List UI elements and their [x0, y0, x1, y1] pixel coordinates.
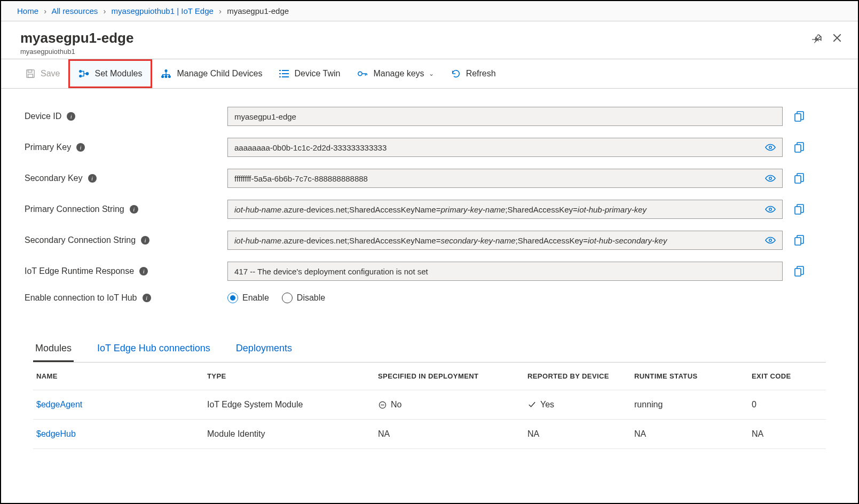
table-row: $edgeHub Module Identity NA NA NA NA: [33, 420, 826, 449]
manage-child-label: Manage Child Devices: [177, 69, 262, 78]
info-icon[interactable]: i: [130, 205, 138, 214]
check-icon: [527, 400, 536, 409]
col-spec: SPECIFIED IN DEPLOYMENT: [378, 372, 527, 380]
breadcrumb-current: myasegpu1-edge: [227, 6, 289, 15]
info-icon[interactable]: i: [88, 174, 97, 183]
runtime-response-field: 417 -- The device's deployment configura…: [227, 262, 783, 281]
chevron-right-icon: ›: [219, 6, 222, 15]
copy-icon[interactable]: [794, 142, 806, 153]
info-icon[interactable]: i: [76, 143, 85, 152]
secondary-key-label: Secondary Key: [25, 174, 83, 183]
svg-point-20: [769, 177, 772, 180]
primary-conn-field: iot-hub-name.azure-devices.net;SharedAcc…: [227, 200, 783, 219]
svg-point-3: [80, 70, 82, 73]
svg-point-8: [166, 76, 168, 78]
radio-enable[interactable]: Enable: [227, 293, 269, 303]
tab-modules[interactable]: Modules: [33, 336, 74, 362]
radio-disable-label: Disable: [297, 293, 325, 303]
breadcrumb-all-resources[interactable]: All resources: [52, 6, 98, 15]
set-modules-button[interactable]: Set Modules: [68, 59, 152, 88]
chevron-right-icon: ›: [103, 6, 106, 15]
manage-keys-button[interactable]: Manage keys ⌄: [349, 59, 442, 88]
svg-point-18: [769, 146, 772, 149]
module-type: Module Identity: [207, 429, 378, 439]
col-name: NAME: [36, 372, 207, 380]
eye-icon[interactable]: [765, 175, 776, 182]
info-icon[interactable]: i: [143, 294, 151, 302]
toolbar: Save Set Modules Manage Child Devices De…: [1, 59, 858, 89]
svg-rect-13: [282, 73, 289, 74]
col-type: TYPE: [207, 372, 378, 380]
breadcrumb: Home › All resources › myasegpuiothub1 |…: [1, 1, 858, 21]
svg-rect-2: [28, 74, 33, 77]
copy-icon[interactable]: [794, 173, 806, 184]
svg-rect-15: [282, 76, 289, 77]
module-type: IoT Edge System Module: [207, 400, 378, 410]
col-run: RUNTIME STATUS: [634, 372, 752, 380]
col-rep: REPORTED BY DEVICE: [527, 372, 634, 380]
device-twin-label: Device Twin: [294, 69, 340, 78]
table-row: $edgeAgent IoT Edge System Module No Yes…: [33, 390, 826, 420]
svg-point-5: [86, 73, 89, 75]
eye-icon[interactable]: [765, 237, 776, 244]
tab-connections[interactable]: IoT Edge Hub connections: [95, 336, 212, 362]
primary-key-label: Primary Key: [25, 143, 71, 152]
module-exit: 0: [752, 400, 823, 410]
col-exit: EXIT CODE: [752, 372, 823, 380]
chevron-down-icon: ⌄: [429, 70, 434, 77]
module-exit: NA: [752, 429, 823, 439]
module-run: running: [634, 400, 752, 410]
refresh-button[interactable]: Refresh: [443, 59, 505, 88]
module-link[interactable]: $edgeAgent: [36, 400, 207, 410]
copy-icon[interactable]: [794, 111, 806, 122]
svg-rect-25: [795, 238, 801, 245]
enable-conn-label: Enable connection to IoT Hub: [25, 293, 137, 303]
tab-deployments[interactable]: Deployments: [234, 336, 294, 362]
info-icon[interactable]: i: [139, 267, 148, 275]
radio-enable-label: Enable: [242, 293, 269, 303]
table-header: NAME TYPE SPECIFIED IN DEPLOYMENT REPORT…: [33, 363, 826, 390]
svg-rect-11: [282, 70, 289, 71]
primary-conn-value: iot-hub-name.azure-devices.net;SharedAcc…: [234, 205, 647, 214]
runtime-response-value: 417 -- The device's deployment configura…: [234, 267, 428, 276]
eye-icon[interactable]: [765, 144, 776, 151]
runtime-response-label: IoT Edge Runtime Response: [25, 266, 134, 276]
secondary-conn-value: iot-hub-name.azure-devices.net;SharedAcc…: [234, 236, 667, 245]
module-run: NA: [634, 429, 752, 439]
refresh-icon: [451, 69, 461, 78]
refresh-label: Refresh: [466, 69, 496, 78]
manage-child-devices-button[interactable]: Manage Child Devices: [152, 59, 271, 88]
close-icon[interactable]: [832, 33, 842, 44]
svg-rect-14: [279, 76, 281, 77]
info-icon[interactable]: i: [67, 112, 75, 121]
module-link[interactable]: $edgeHub: [36, 429, 207, 439]
save-button: Save: [17, 59, 68, 88]
primary-key-value: aaaaaaaa-0b0b-1c1c-2d2d-333333333333: [234, 143, 387, 152]
svg-rect-19: [795, 145, 801, 152]
secondary-key-value: ffffffff-5a5a-6b6b-7c7c-888888888888: [234, 174, 368, 183]
device-id-label: Device ID: [25, 112, 61, 121]
copy-icon[interactable]: [794, 204, 806, 215]
breadcrumb-home[interactable]: Home: [17, 6, 38, 15]
svg-rect-1: [28, 70, 32, 73]
pin-icon[interactable]: [812, 33, 823, 44]
svg-rect-17: [795, 114, 801, 121]
eye-icon[interactable]: [765, 206, 776, 213]
copy-icon[interactable]: [794, 235, 806, 246]
svg-point-6: [166, 70, 168, 72]
device-id-value: myasegpu1-edge: [234, 112, 296, 121]
secondary-conn-label: Secondary Connection String: [25, 235, 136, 245]
secondary-conn-field: iot-hub-name.azure-devices.net;SharedAcc…: [227, 231, 783, 250]
breadcrumb-iothub[interactable]: myasegpuiothub1 | IoT Edge: [112, 6, 214, 15]
svg-point-9: [169, 76, 171, 78]
copy-icon[interactable]: [794, 266, 806, 277]
module-spec: NA: [378, 429, 390, 439]
set-modules-label: Set Modules: [94, 69, 142, 78]
radio-disable[interactable]: Disable: [282, 293, 325, 303]
chevron-right-icon: ›: [44, 6, 46, 15]
device-twin-button[interactable]: Device Twin: [271, 59, 349, 88]
primary-key-field: aaaaaaaa-0b0b-1c1c-2d2d-333333333333: [227, 138, 783, 157]
info-icon[interactable]: i: [141, 236, 149, 245]
primary-conn-label: Primary Connection String: [25, 204, 124, 214]
page-title: myasegpu1-edge: [20, 30, 133, 46]
